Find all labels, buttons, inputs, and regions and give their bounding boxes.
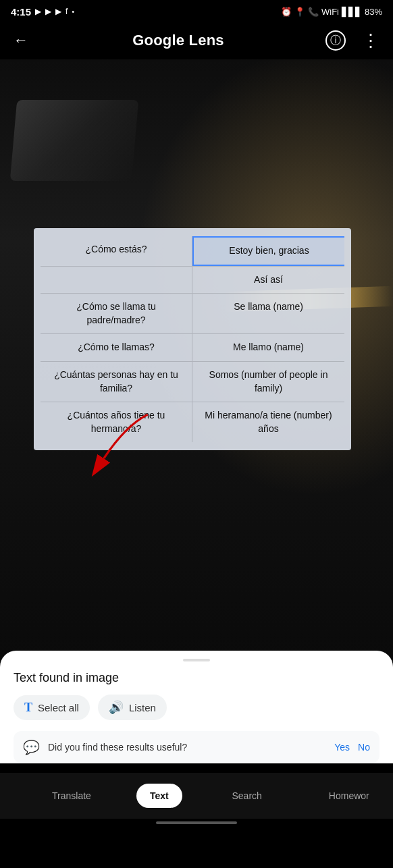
listen-button[interactable]: 🔊 Listen (98, 695, 167, 720)
wifi-icon: WiFi (321, 7, 339, 17)
feedback-no-button[interactable]: No (358, 742, 370, 753)
status-icons: ⏰ 📍 📞 WiFi ▋▋▋ 83% (281, 7, 382, 17)
sheet-actions: T Select all 🔊 Listen (14, 695, 379, 720)
info-button[interactable]: ⓘ (325, 30, 346, 51)
nav-search-label: Search (232, 790, 261, 801)
doc-row-3: ¿Cómo te llamas? Me llamo (name) (41, 334, 344, 362)
title-google: Google (132, 32, 184, 49)
listen-label: Listen (129, 702, 156, 713)
reflection (10, 100, 138, 181)
cell-1-1: ¿Cómo estás? (41, 236, 192, 266)
select-all-label: Select all (38, 702, 79, 713)
nav-translate[interactable]: Translate (7, 785, 136, 807)
cell-2-2: Se llama (name) (192, 294, 344, 333)
fb-icon: f (66, 7, 68, 16)
home-indicator (156, 821, 237, 824)
cell-4-1: ¿Cuántas personas hay en tu familia? (41, 362, 192, 402)
doc-row-2: ¿Cómo se llama tu padre/madre? Se llama … (41, 294, 344, 334)
youtube-icon3: ▶ (55, 7, 61, 16)
cell-1b-2: Así así (192, 267, 344, 294)
select-all-button[interactable]: T Select all (14, 695, 90, 720)
doc-row-1b: Así así (41, 267, 344, 294)
nav-homework[interactable]: Homewor (312, 790, 386, 801)
nav-search[interactable]: Search (182, 785, 312, 807)
alarm-icon: ⏰ (281, 7, 292, 17)
cell-5-2: Mi heramano/a tiene (number) años (192, 402, 344, 442)
cell-1b-1 (41, 267, 192, 294)
cell-3-2: Me llamo (name) (192, 334, 344, 361)
doc-row-4: ¿Cuántas personas hay en tu familia? Som… (41, 362, 344, 402)
signal-icon: ▋▋▋ (342, 7, 362, 17)
document-card: ¿Cómo estás? Estoy bien, gracias Así así… (34, 228, 351, 450)
youtube-icon: ▶ (35, 7, 41, 16)
sheet-handle (183, 659, 210, 661)
status-time: 4:15 (11, 6, 31, 18)
dot-icon: • (72, 8, 74, 16)
nav-text-label: Text (150, 790, 169, 801)
text-icon: T (24, 701, 32, 715)
call-icon: 📞 (308, 7, 319, 17)
cell-3-1: ¿Cómo te llamas? (41, 334, 192, 361)
title-lens: Lens (184, 32, 224, 49)
speaker-icon: 🔊 (109, 700, 124, 715)
sheet-title: Text found in image (14, 671, 379, 685)
feedback-yes-button[interactable]: Yes (334, 742, 350, 753)
cell-4-2: Somos (number of people in family) (192, 362, 344, 402)
nav-homework-label: Homewor (329, 790, 369, 801)
doc-row-1: ¿Cómo estás? Estoy bien, gracias (41, 236, 344, 267)
nav-text[interactable]: Text (136, 784, 182, 808)
feedback-text: Did you find these results useful? (48, 742, 321, 753)
app-title: Google Lens (132, 32, 224, 49)
cell-2-1: ¿Cómo se llama tu padre/madre? (41, 294, 192, 333)
top-bar: ← Google Lens ⓘ ⋮ (0, 22, 393, 59)
feedback-row: 💬 Did you find these results useful? Yes… (14, 731, 379, 763)
menu-button[interactable]: ⋮ (359, 28, 382, 54)
cell-1-2: Estoy bien, gracias (192, 236, 344, 266)
top-bar-icons: ⓘ ⋮ (325, 28, 382, 54)
back-button[interactable]: ← (11, 29, 31, 52)
bottom-nav: Translate Text Search Homewor (0, 773, 393, 819)
camera-view: ¿Cómo estás? Estoy bien, gracias Así así… (0, 59, 393, 667)
status-bar: 4:15 ▶ ▶ ▶ f • ⏰ 📍 📞 WiFi ▋▋▋ 83% (0, 0, 393, 22)
youtube-icon2: ▶ (45, 7, 51, 16)
nav-translate-label: Translate (52, 790, 91, 801)
battery-label: 83% (365, 7, 382, 17)
feedback-icon: 💬 (23, 739, 40, 755)
location-icon: 📍 (294, 7, 305, 17)
bottom-sheet: Text found in image T Select all 🔊 Liste… (0, 651, 393, 763)
cell-5-1: ¿Cuántos años tiene tu hermano/a? (41, 402, 192, 442)
doc-row-5: ¿Cuántos años tiene tu hermano/a? Mi her… (41, 402, 344, 442)
